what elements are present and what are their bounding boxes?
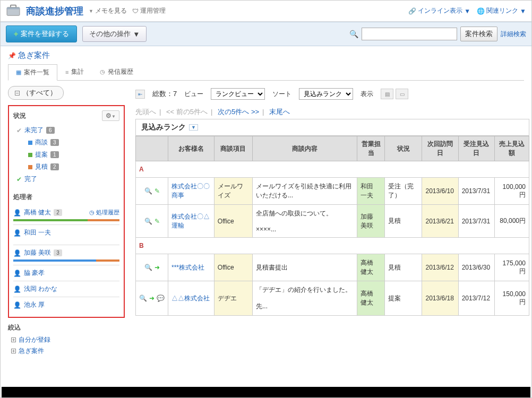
refine-self[interactable]: 自分が登録 <box>8 334 125 345</box>
edit-icon[interactable]: ✎ <box>155 218 160 225</box>
app-title: 商談進捗管理 <box>26 5 83 18</box>
rank-group-b: B <box>136 238 529 254</box>
pager: 先頭へ| << 前の5件へ| 次の5件へ >>| 末尾へ <box>135 105 529 119</box>
customer-link[interactable]: ***株式会社 <box>168 254 214 281</box>
view-mode-2[interactable]: ▭ <box>396 89 408 99</box>
detail-icon[interactable]: 🔍 <box>144 218 152 225</box>
clock-icon: ◷ <box>89 209 95 216</box>
table-row: 🔍➜ ***株式会社 Office 見積書提出 高橋 健太 見積 2013/6/… <box>136 254 529 281</box>
pager-next[interactable]: 次の5件へ >> <box>218 108 259 116</box>
admin-link[interactable]: 🛡 運用管理 <box>132 6 166 15</box>
detail-icon[interactable]: 🔍 <box>144 187 152 195</box>
view-label: ビュー <box>184 90 203 99</box>
memo-link[interactable]: ▼メモを見る <box>89 6 127 15</box>
user-row[interactable]: 👤池永 厚 <box>13 297 119 313</box>
search-button[interactable]: 案件検索 <box>460 27 497 41</box>
status-proposal[interactable]: 提案 1 <box>25 149 119 161</box>
register-button[interactable]: + 案件を登録する <box>6 25 77 42</box>
view-select[interactable]: ランクビュー <box>211 88 265 100</box>
table-header: お客様名 商談項目 商談内容 営業担当 状況 次回訪問日 受注見込日 売上見込額 <box>136 136 529 161</box>
detail-search-link[interactable]: 詳細検索 <box>501 30 526 39</box>
user-row[interactable]: 👤浅岡 わかな <box>13 281 119 297</box>
svg-rect-2 <box>7 7 20 9</box>
table-row: 🔍➜💬 △△株式会社 デヂエ 「デヂエ」の紹介を行いました。 先... 高橋 健… <box>136 281 529 316</box>
handler-heading: 処理者 <box>13 193 32 202</box>
display-label: 表示 <box>361 90 373 99</box>
bullet-icon <box>28 141 32 145</box>
customer-link[interactable]: 株式会社〇〇商事 <box>168 178 214 205</box>
forward-icon[interactable]: ➜ <box>155 264 160 271</box>
other-ops-button[interactable]: その他の操作▼ <box>82 26 147 42</box>
detail-icon[interactable]: 🔍 <box>144 264 152 271</box>
pager-last[interactable]: 末尾へ <box>269 108 290 116</box>
refine-heading: 絞込 <box>8 323 125 332</box>
detail-icon[interactable]: 🔍 <box>139 295 147 302</box>
status-negotiation[interactable]: 商談 3 <box>25 136 119 149</box>
sort-select[interactable]: 見込みランク <box>299 88 353 100</box>
search-input[interactable] <box>362 28 457 40</box>
expand-icon <box>11 338 16 342</box>
person-icon: 👤 <box>13 270 21 277</box>
tab-aggregate[interactable]: ≡ 集計 <box>57 64 92 80</box>
briefcase-icon <box>6 4 21 18</box>
refine-urgent[interactable]: 急ぎ案件 <box>8 345 125 357</box>
customer-link[interactable]: 株式会社〇△運輸 <box>168 205 214 238</box>
gear-button[interactable]: ⚙▼ <box>102 110 119 121</box>
table-row: 🔍✎ 株式会社〇〇商事 メールワイズ メールワイズを引続き快適に利用いただける.… <box>136 178 529 205</box>
customer-link[interactable]: △△株式会社 <box>168 281 214 316</box>
check-icon: ✔ <box>16 127 22 134</box>
data-table: お客様名 商談項目 商談内容 営業担当 状況 次回訪問日 受注見込日 売上見込額… <box>135 136 529 316</box>
footer-bar <box>2 387 530 397</box>
globe-icon: 🌐 <box>477 7 485 15</box>
filter-all-button[interactable]: （すべて） <box>8 86 64 100</box>
forward-icon[interactable]: ➜ <box>149 295 155 302</box>
plus-icon: + <box>14 30 18 38</box>
urgent-title: 📌 急ぎ案件 <box>8 50 50 60</box>
table-row: 🔍✎ 株式会社〇△運輸 Office 全店舗への取扱について。 ××××... … <box>136 205 529 238</box>
dropdown-icon[interactable]: ▼ <box>189 124 198 131</box>
person-icon: 👤 <box>13 229 21 237</box>
user-row[interactable]: 👤和田 一夫 <box>13 225 119 245</box>
collapse-icon <box>15 91 20 96</box>
sort-label: ソート <box>272 90 291 99</box>
home-button[interactable]: ⇤ <box>135 90 145 99</box>
shield-icon: 🛡 <box>132 7 139 15</box>
status-heading: 状況 <box>13 111 26 120</box>
expand-icon <box>11 349 16 353</box>
rank-group-a: A <box>136 161 529 178</box>
edit-icon[interactable]: ✎ <box>155 187 160 195</box>
comment-icon[interactable]: 💬 <box>157 295 165 302</box>
view-mode-1[interactable]: ▤ <box>381 89 393 99</box>
check-icon: ✔ <box>16 176 22 183</box>
link-icon: 🔗 <box>408 7 416 15</box>
bullet-icon <box>28 153 32 157</box>
related-link[interactable]: 🌐関連リンク▼ <box>477 6 526 15</box>
bullet-icon <box>28 165 32 169</box>
user-row[interactable]: 👤加藤 美咲3 <box>13 245 119 265</box>
status-incomplete[interactable]: ✔ 未完了 6 <box>13 124 119 136</box>
pin-icon: 📌 <box>8 52 16 59</box>
person-icon: 👤 <box>13 285 21 293</box>
total-count: 総数：7 <box>152 89 177 99</box>
sidebar-filter-box: 状況 ⚙▼ ✔ 未完了 6 商談 3 提案 <box>8 105 125 318</box>
person-icon: 👤 <box>13 249 21 257</box>
inline-display-link[interactable]: 🔗インライン表示▼ <box>408 6 470 15</box>
history-icon: ◷ <box>100 68 105 75</box>
person-icon: 👤 <box>13 301 21 309</box>
user-row[interactable]: 👤 高橋 健太 2 ◷処理履歴 <box>13 205 119 225</box>
user-row[interactable]: 👤脇 豪孝 <box>13 265 119 281</box>
search-icon: 🔍 <box>349 30 358 38</box>
bars-icon: ≡ <box>65 69 68 75</box>
tab-history[interactable]: ◷ 発信履歴 <box>92 64 141 80</box>
status-estimate[interactable]: 見積 2 <box>25 161 119 173</box>
proc-history-link[interactable]: ◷処理履歴 <box>89 209 119 217</box>
tab-list[interactable]: ▦ 案件一覧 <box>8 64 57 81</box>
person-icon: 👤 <box>13 209 21 217</box>
rank-title: 見込みランク ▼ <box>135 119 529 136</box>
grid-icon: ▦ <box>16 69 21 76</box>
status-complete[interactable]: ✔ 完了 <box>13 173 119 185</box>
